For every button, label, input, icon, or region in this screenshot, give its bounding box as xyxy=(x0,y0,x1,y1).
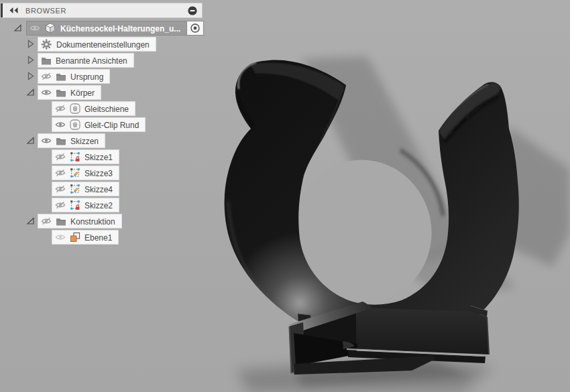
tree-row: Gleit-Clip Rund xyxy=(0,117,208,132)
tree-item-label: Dokumenteneinstellungen xyxy=(56,40,150,50)
node-type-icon-wrap xyxy=(70,184,80,194)
visibility-eye-off-icon xyxy=(55,169,66,177)
tree-item-skizze2[interactable]: Skizze2 xyxy=(52,198,119,212)
gear-icon xyxy=(41,39,52,50)
visibility-eye-off-icon xyxy=(55,201,66,209)
tree-item-konstruktion[interactable]: Konstruktion xyxy=(38,214,122,228)
folder-icon xyxy=(56,72,66,81)
node-type-icon-wrap xyxy=(56,72,66,81)
folder-icon xyxy=(56,137,66,145)
activate-component-radio-icon xyxy=(190,23,201,34)
tree-row: Skizzen xyxy=(0,133,208,148)
node-type-icon-wrap xyxy=(70,103,80,114)
tree-item-gleitschiene[interactable]: Gleitschiene xyxy=(52,101,135,116)
collapsed-twisty-icon xyxy=(25,39,36,49)
visibility-toggle[interactable] xyxy=(41,88,52,96)
tree-item-label: Skizze1 xyxy=(84,152,113,162)
visibility-toggle[interactable] xyxy=(30,24,40,32)
visibility-eye-icon xyxy=(41,88,52,96)
collapsed-twisty[interactable] xyxy=(25,71,36,81)
tree-item-label: Skizze3 xyxy=(84,168,113,178)
visibility-toggle[interactable] xyxy=(55,121,66,129)
tree-row: Körper xyxy=(0,85,208,100)
tree-item-label: Gleitschiene xyxy=(84,104,129,114)
tree-item-label: Körper xyxy=(70,88,95,98)
node-type-icon-wrap xyxy=(70,200,80,210)
tree-row: Dokumenteneinstellungen xyxy=(0,37,208,52)
visibility-toggle[interactable] xyxy=(55,201,66,209)
expanded-twisty-icon xyxy=(13,23,23,33)
expanded-twisty[interactable] xyxy=(25,87,36,97)
tree-item-skizze4[interactable]: Skizze4 xyxy=(52,182,119,196)
expanded-twisty-icon xyxy=(25,87,36,97)
sketch-pencil-icon xyxy=(70,184,80,194)
visibility-eye-off-icon xyxy=(55,185,66,193)
tree-item-benannte-ansichten[interactable]: Benannte Ansichten xyxy=(38,53,134,68)
collapsed-twisty[interactable] xyxy=(25,55,36,65)
visibility-eye-icon xyxy=(55,233,66,241)
tree-row: Benannte Ansichten xyxy=(0,53,208,68)
expanded-twisty-icon xyxy=(25,135,36,145)
tree-row: Skizze3 xyxy=(0,166,208,180)
expanded-twisty[interactable] xyxy=(13,23,23,33)
tree-item-label: Skizze2 xyxy=(84,200,113,210)
tree-item-skizzen[interactable]: Skizzen xyxy=(38,133,105,148)
node-type-icon-wrap xyxy=(56,217,66,226)
tree-item-skizze3[interactable]: Skizze3 xyxy=(52,166,119,180)
visibility-toggle[interactable] xyxy=(55,185,66,193)
sketch-locked-icon xyxy=(70,151,80,162)
collapsed-twisty-icon xyxy=(25,71,36,81)
visibility-eye-off-icon xyxy=(41,72,52,80)
tree-row: Ebene1 xyxy=(0,230,208,245)
node-type-icon-wrap xyxy=(70,151,80,162)
expanded-twisty[interactable] xyxy=(25,135,36,145)
node-type-icon-wrap xyxy=(41,56,52,65)
tree-item-ursprung[interactable]: Ursprung xyxy=(38,69,110,84)
visibility-toggle[interactable] xyxy=(55,233,66,241)
visibility-eye-icon xyxy=(41,137,52,145)
tree-item-dokumenteneinstellungen[interactable]: Dokumenteneinstellungen xyxy=(38,37,156,52)
expanded-twisty[interactable] xyxy=(25,216,36,226)
tree-item-label: Gleit-Clip Rund xyxy=(84,120,139,130)
node-type-icon-wrap xyxy=(70,232,80,243)
node-type-icon-wrap xyxy=(70,168,80,178)
node-type-icon-wrap xyxy=(41,39,52,50)
browser-tree: Küchensockel-Halterungen_u...Dokumentene… xyxy=(0,0,208,392)
tree-item-label: Ebene1 xyxy=(84,233,112,243)
visibility-toggle[interactable] xyxy=(55,169,66,177)
tree-item-skizze1[interactable]: Skizze1 xyxy=(52,149,119,164)
tree-item-ebene1[interactable]: Ebene1 xyxy=(52,230,119,245)
component-cube-icon xyxy=(44,22,56,34)
application-window: { "scene": { "background_color": "#ababa… xyxy=(0,0,570,392)
visibility-eye-off-icon xyxy=(41,217,52,225)
body-cylinder-icon xyxy=(70,103,80,114)
visibility-toggle[interactable] xyxy=(41,72,52,80)
tree-row: Skizze2 xyxy=(0,198,208,212)
visibility-toggle[interactable] xyxy=(55,105,66,113)
tree-item-k-chensockel-halterungen-u-[interactable]: Küchensockel-Halterungen_u... xyxy=(26,21,187,36)
tree-item-gleit-clip-rund[interactable]: Gleit-Clip Rund xyxy=(52,117,146,132)
expanded-twisty-icon xyxy=(25,216,36,226)
tree-row: Gleitschiene xyxy=(0,101,208,116)
visibility-eye-icon xyxy=(55,121,66,129)
tree-item-label: Skizzen xyxy=(70,136,99,146)
tree-row: Küchensockel-Halterungen_u... xyxy=(0,21,208,36)
visibility-toggle[interactable] xyxy=(41,217,52,225)
visibility-toggle[interactable] xyxy=(55,153,66,161)
node-type-icon-wrap xyxy=(56,137,66,145)
node-type-icon-wrap xyxy=(56,88,66,97)
body-cylinder-icon xyxy=(70,119,80,130)
tree-item-label: Küchensockel-Halterungen_u... xyxy=(60,23,180,34)
tree-item-label: Ursprung xyxy=(70,72,103,82)
tree-item-k-rper[interactable]: Körper xyxy=(38,85,101,100)
visibility-toggle[interactable] xyxy=(41,137,52,145)
node-type-icon-wrap xyxy=(44,22,56,34)
visibility-eye-off-icon xyxy=(55,153,66,161)
collapsed-twisty-icon xyxy=(25,55,36,65)
activate-component-button[interactable] xyxy=(187,21,204,36)
tree-item-label: Skizze4 xyxy=(84,184,113,194)
collapsed-twisty[interactable] xyxy=(25,39,36,49)
construction-plane-icon xyxy=(70,232,80,243)
sketch-locked-icon xyxy=(70,200,80,210)
folder-icon xyxy=(56,88,66,97)
